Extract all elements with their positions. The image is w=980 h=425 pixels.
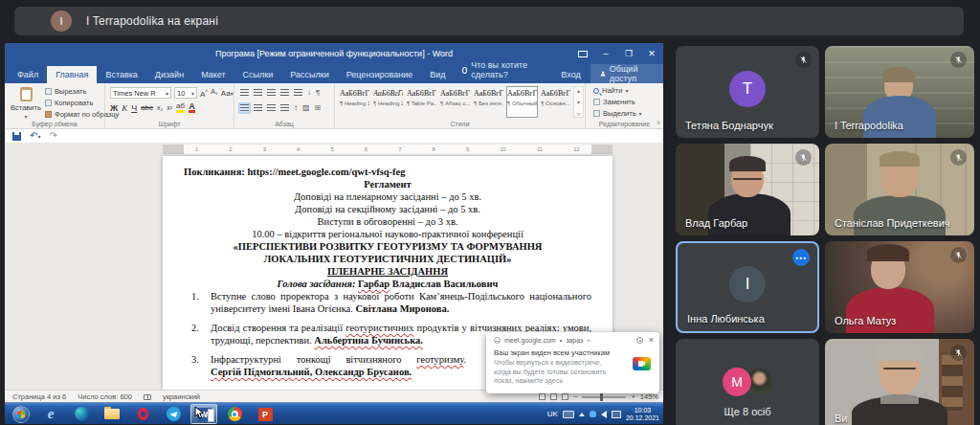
zoom-slider[interactable] bbox=[582, 396, 626, 398]
style-body[interactable]: АаБбВгГг2¶ Основн... bbox=[540, 86, 571, 118]
strikethrough-button[interactable]: abc bbox=[141, 103, 153, 112]
pilcrow-icon[interactable]: ¶ bbox=[316, 89, 320, 97]
close-button[interactable]: ✕ bbox=[640, 43, 663, 64]
tab-insert[interactable]: Вставка bbox=[97, 66, 145, 83]
shading-icon[interactable]: ▨ bbox=[302, 104, 310, 112]
notification-close-icon[interactable]: × bbox=[649, 336, 654, 345]
numbering-icon[interactable] bbox=[254, 89, 262, 97]
ribbon-display-options-icon[interactable] bbox=[571, 43, 594, 64]
zoom-in-button[interactable]: + bbox=[631, 392, 635, 401]
hidden-icons-arrow[interactable] bbox=[579, 413, 585, 416]
tab-file[interactable]: Файл bbox=[9, 66, 47, 83]
horizontal-ruler[interactable]: 123 456 789 101112 bbox=[163, 145, 612, 154]
highlight-color-button[interactable]: аб bbox=[176, 102, 185, 113]
align-center-icon[interactable] bbox=[254, 104, 262, 112]
sign-in-button[interactable]: Вход bbox=[551, 66, 590, 83]
page-indicator[interactable]: Страница 4 из 6 bbox=[12, 392, 66, 401]
taskbar-internet-explorer[interactable]: e bbox=[37, 404, 64, 424]
style-paragraph[interactable]: АаБбВгГ¶ Абзац с... bbox=[439, 86, 471, 118]
select-button[interactable]: Выделить▾ bbox=[593, 109, 642, 118]
font-size-combo[interactable]: 10▾ bbox=[174, 87, 197, 99]
zoom-level[interactable]: 145% bbox=[640, 392, 658, 401]
tile-options-icon[interactable]: ●●● bbox=[792, 249, 810, 266]
participant-tile-stanislav[interactable]: Станіслав Придеткевич bbox=[825, 144, 974, 235]
style-normal[interactable]: АаБбВгГ¶ Обычный bbox=[506, 86, 538, 118]
participant-tile-inna-active[interactable]: І ●●● Інна Любинська bbox=[676, 241, 819, 333]
start-button[interactable] bbox=[8, 404, 34, 424]
keyboard-icon[interactable] bbox=[563, 411, 574, 418]
collapse-ribbon-icon[interactable]: ˄ bbox=[657, 120, 660, 126]
language-indicator[interactable]: украинский bbox=[163, 392, 200, 401]
increase-indent-icon[interactable] bbox=[294, 89, 302, 97]
print-layout-icon[interactable] bbox=[550, 393, 557, 400]
styles-gallery-scroll[interactable]: ▴▾▿ bbox=[573, 86, 584, 118]
word-count[interactable]: Число слов: 600 bbox=[78, 392, 132, 401]
tab-view[interactable]: Вид bbox=[421, 66, 454, 83]
tab-references[interactable]: Ссылки bbox=[234, 66, 282, 83]
find-button[interactable]: Найти▾ bbox=[593, 86, 642, 95]
style-table[interactable]: АаБбВгГ¶ Table Pa... bbox=[406, 86, 437, 118]
style-nospacing[interactable]: АаБбВгГ¶ Без инте... bbox=[473, 86, 504, 118]
participant-tile-vlad[interactable]: Влад Гарбар bbox=[676, 144, 819, 235]
participant-name: Інна Любинська bbox=[687, 313, 765, 324]
participant-tile-tetiana[interactable]: Т Тетяна Боднарчук bbox=[676, 46, 819, 138]
decrease-indent-icon[interactable] bbox=[280, 89, 289, 97]
volume-icon[interactable] bbox=[601, 411, 607, 418]
tab-design[interactable]: Дизайн bbox=[146, 66, 192, 83]
network-icon[interactable] bbox=[612, 411, 621, 418]
participant-tile-terrapodolika[interactable]: I Terrapodolika bbox=[825, 46, 974, 138]
align-left-icon[interactable] bbox=[240, 104, 249, 112]
undo-icon[interactable]: ↶▾ bbox=[30, 131, 40, 142]
change-case-button[interactable]: Аа▾ bbox=[221, 89, 234, 98]
sort-icon[interactable]: ↓ bbox=[307, 89, 311, 97]
italic-button[interactable]: К bbox=[122, 103, 127, 113]
tab-mailings[interactable]: Рассылки bbox=[281, 66, 337, 83]
notification-bell-icon[interactable] bbox=[590, 411, 596, 417]
tab-home[interactable]: Главная bbox=[47, 66, 97, 83]
share-button[interactable]: Общий доступ bbox=[590, 64, 663, 83]
multilevel-list-icon[interactable] bbox=[267, 89, 276, 97]
shrink-font-button[interactable]: А˅ bbox=[211, 88, 218, 97]
save-icon[interactable] bbox=[12, 132, 21, 141]
participant-tile-olha[interactable]: Ольга Матуз bbox=[825, 241, 974, 333]
taskbar-telegram[interactable] bbox=[160, 404, 187, 424]
proofing-icon[interactable] bbox=[144, 394, 151, 400]
taskbar-clock[interactable]: 10:03 20.12.2021 bbox=[626, 407, 659, 422]
underline-button[interactable]: Ч bbox=[131, 103, 137, 113]
overflow-tile-more-people[interactable]: М Ще 8 осіб bbox=[676, 339, 819, 425]
notification-settings-icon[interactable] bbox=[636, 337, 643, 344]
minimize-button[interactable]: – bbox=[594, 43, 617, 64]
taskbar-edge[interactable] bbox=[68, 404, 95, 424]
zoom-out-button[interactable]: − bbox=[573, 392, 577, 401]
style-heading2[interactable]: АаБбВгГд¶ Heading 2 bbox=[372, 86, 404, 118]
font-color-button[interactable]: А bbox=[189, 102, 195, 113]
collapse-notification-icon[interactable]: ˄ bbox=[587, 338, 590, 344]
bold-button[interactable]: Ж bbox=[110, 103, 118, 113]
tell-me-box[interactable]: Что вы хотите сделать? bbox=[455, 56, 552, 83]
taskbar-opera[interactable] bbox=[129, 404, 156, 424]
superscript-button[interactable]: х² bbox=[167, 104, 172, 111]
grow-font-button[interactable]: А˄ bbox=[200, 88, 208, 99]
tab-review[interactable]: Рецензирование bbox=[338, 66, 422, 83]
borders-icon[interactable]: ⊞ bbox=[315, 104, 322, 112]
self-view-tile[interactable]: Ви bbox=[825, 339, 974, 425]
bullets-icon[interactable] bbox=[240, 89, 249, 97]
screen-share-notification[interactable]: meet.google.com • зараз ˄ × Ваш экран ви… bbox=[486, 332, 659, 393]
tab-layout[interactable]: Макет bbox=[192, 66, 234, 83]
subscript-button[interactable]: х₂ bbox=[157, 104, 163, 111]
font-name-combo[interactable]: Times New R▾ bbox=[110, 87, 171, 99]
style-heading1[interactable]: АаБбВгГг.¶ Heading 1 bbox=[339, 86, 370, 118]
taskbar-powerpoint[interactable]: P bbox=[252, 404, 278, 424]
restore-button[interactable]: ❐ bbox=[617, 43, 640, 64]
language-badge[interactable]: UK bbox=[547, 410, 558, 418]
taskbar-chrome[interactable] bbox=[221, 404, 248, 424]
justify-icon[interactable] bbox=[280, 104, 289, 112]
paste-button[interactable]: Вставить ▾ bbox=[11, 87, 41, 121]
read-mode-icon[interactable] bbox=[539, 393, 546, 400]
line-spacing-icon[interactable]: ↕ bbox=[294, 104, 298, 112]
redo-icon[interactable]: ↷ bbox=[49, 131, 56, 141]
taskbar-explorer[interactable] bbox=[99, 404, 125, 424]
web-layout-icon[interactable] bbox=[562, 393, 568, 400]
replace-button[interactable]: Заменить bbox=[593, 98, 642, 106]
align-right-icon[interactable] bbox=[267, 104, 276, 112]
